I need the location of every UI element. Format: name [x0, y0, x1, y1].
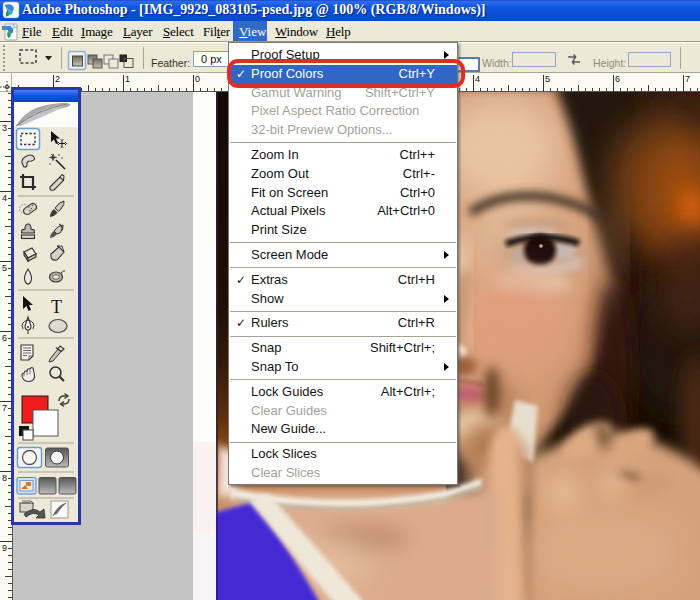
- svg-text:T: T: [51, 297, 62, 317]
